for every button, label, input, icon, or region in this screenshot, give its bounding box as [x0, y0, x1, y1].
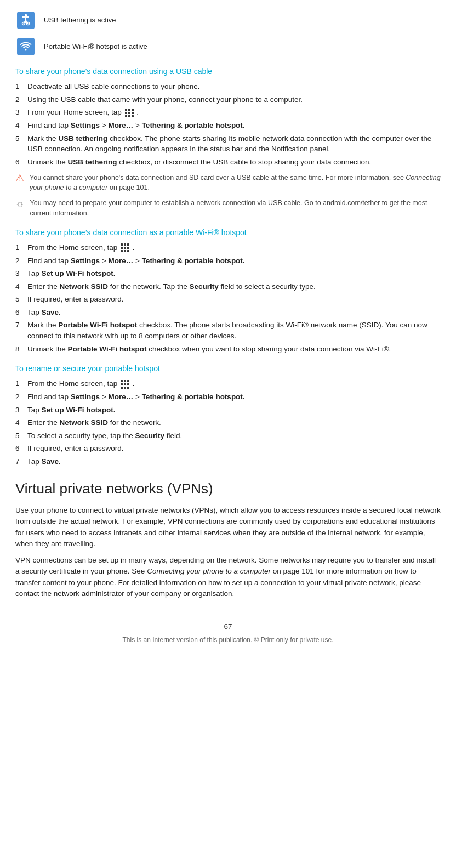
section3-title: To rename or secure your portable hotspo… — [15, 363, 441, 374]
list-item: 4 Find and tap Settings > More… > Tether… — [15, 120, 441, 131]
note-text: You cannot share your phone's data conne… — [30, 173, 441, 192]
svg-point-8 — [25, 49, 27, 51]
tip-text: You may need to prepare your computer to… — [30, 198, 441, 218]
vpn-section: Virtual private networks (VPNs) Use your… — [15, 479, 441, 599]
wifi-icon-box — [15, 36, 36, 57]
list-item: 7 Mark the Portable Wi-Fi hotspot checkb… — [15, 320, 441, 341]
usb-label: USB tethering is active — [44, 15, 116, 26]
usb-icon-box — [15, 10, 36, 31]
list-item: 5 To select a security type, tap the Sec… — [15, 430, 441, 441]
footer-note: This is an Internet version of this publ… — [15, 636, 441, 645]
list-item: 5 If required, enter a password. — [15, 294, 441, 305]
section3-steps: 1 From the Home screen, tap . 2 Find and… — [15, 378, 441, 467]
svg-rect-1 — [25, 18, 26, 23]
list-item: 2 Find and tap Settings > More… > Tether… — [15, 392, 441, 402]
list-item: 1 From the Home screen, tap . — [15, 378, 441, 389]
apps-grid-icon — [121, 380, 129, 389]
wifi-label: Portable Wi-Fi® hotspot is active — [44, 42, 147, 52]
page-footer: 67 This is an Internet version of this p… — [15, 621, 441, 645]
list-item: 5 Mark the USB tethering checkbox. The p… — [15, 133, 441, 155]
vpn-para2: VPN connections can be set up in many wa… — [15, 555, 441, 599]
section1-title: To share your phone's data connection us… — [15, 66, 441, 77]
list-item: 6 Tap Save. — [15, 307, 441, 318]
list-item: 6 Unmark the USB tethering checkbox, or … — [15, 157, 441, 168]
svg-rect-0 — [25, 14, 27, 18]
note-icon: ⚠ — [15, 173, 24, 185]
vpn-para1: Use your phone to connect to virtual pri… — [15, 505, 441, 549]
tip-icon: ☼ — [15, 198, 25, 210]
list-item: 2 Using the USB cable that came with you… — [15, 94, 441, 105]
usb-icon-row: USB tethering is active — [15, 10, 441, 31]
list-item: 4 Enter the Network SSID for the network… — [15, 281, 441, 292]
section1-note: ⚠ You cannot share your phone's data con… — [15, 173, 441, 192]
section-wifi-hotspot: To share your phone’s data connection as… — [15, 227, 441, 354]
usb-icon — [17, 12, 35, 29]
list-item: 3 From your Home screen, tap . — [15, 107, 441, 118]
page-number: 67 — [15, 621, 441, 632]
svg-rect-7 — [27, 16, 29, 18]
section1-tip: ☼ You may need to prepare your computer … — [15, 198, 441, 218]
list-item: 1 From the Home screen, tap . — [15, 242, 441, 253]
list-item: 1 Deactivate all USB cable connections t… — [15, 81, 441, 92]
list-item: 3 Tap Set up Wi-Fi hotspot. — [15, 405, 441, 416]
section2-title: To share your phone’s data connection as… — [15, 227, 441, 238]
section1-steps: 1 Deactivate all USB cable connections t… — [15, 81, 441, 167]
wifi-icon — [17, 38, 35, 55]
section2-steps: 1 From the Home screen, tap . 2 Find and… — [15, 242, 441, 354]
list-item: 2 Find and tap Settings > More… > Tether… — [15, 256, 441, 266]
list-item: 7 Tap Save. — [15, 456, 441, 467]
list-item: 6 If required, enter a password. — [15, 443, 441, 454]
section-usb: To share your phone's data connection us… — [15, 66, 441, 218]
list-item: 8 Unmark the Portable Wi-Fi hotspot chec… — [15, 344, 441, 355]
list-item: 3 Tap Set up Wi-Fi hotspot. — [15, 268, 441, 279]
svg-rect-6 — [22, 16, 25, 18]
wifi-icon-row: Portable Wi-Fi® hotspot is active — [15, 36, 441, 57]
list-item: 4 Enter the Network SSID for the network… — [15, 417, 441, 428]
vpn-heading: Virtual private networks (VPNs) — [15, 479, 441, 500]
apps-grid-icon — [121, 243, 129, 252]
section-rename-hotspot: To rename or secure your portable hotspo… — [15, 363, 441, 467]
apps-grid-icon — [125, 109, 134, 117]
